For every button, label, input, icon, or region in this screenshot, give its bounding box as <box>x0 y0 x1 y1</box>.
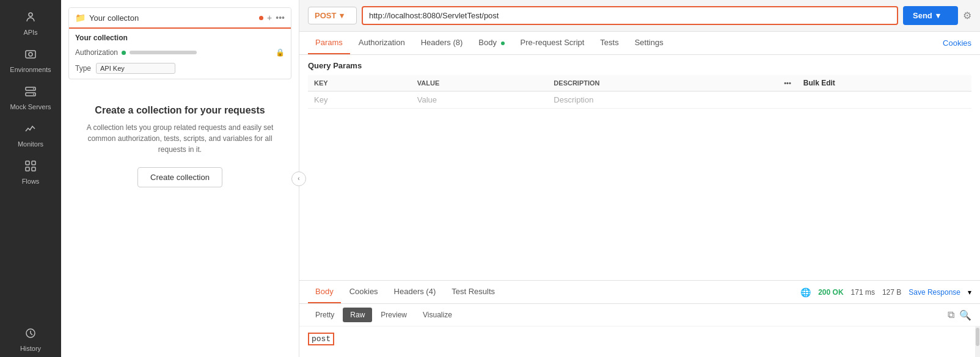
response-format-tabs: Pretty Raw Preview Visualize ⧉ 🔍 <box>299 304 980 326</box>
url-input-wrapper <box>362 6 898 25</box>
format-tab-pretty[interactable]: Pretty <box>308 308 342 322</box>
query-params-section: Query Params KEY VALUE DESCRIPTION ••• B… <box>299 55 980 115</box>
create-collection-button[interactable]: Create collection <box>137 167 222 187</box>
response-area: Body Cookies Headers (4) Test Results 🌐 … <box>299 280 980 357</box>
sidebar-item-label: Mock Servers <box>10 103 51 110</box>
tab-params[interactable]: Params <box>308 32 350 54</box>
sidebar-item-label: Flows <box>22 178 40 185</box>
response-tab-body[interactable]: Body <box>308 281 341 303</box>
create-title: Create a collection for your requests <box>79 105 280 116</box>
collection-name: Your collecton <box>89 13 255 23</box>
lock-icon: 🔒 <box>276 48 285 57</box>
bulk-edit-header: Bulk Edit <box>797 75 971 92</box>
tab-settings[interactable]: Settings <box>627 32 671 54</box>
tab-pre-request[interactable]: Pre-request Script <box>513 32 592 54</box>
monitors-icon <box>24 123 37 138</box>
response-size: 127 B <box>882 288 901 297</box>
svg-rect-10 <box>32 167 35 171</box>
key-cell[interactable]: Key <box>308 92 411 109</box>
method-chevron: ▾ <box>340 11 344 20</box>
sidebar-item-mock-servers[interactable]: Mock Servers <box>3 81 58 115</box>
response-tab-cookies[interactable]: Cookies <box>342 281 386 303</box>
sidebar-item-flows[interactable]: Flows <box>3 155 58 190</box>
collapse-toggle[interactable]: ‹ <box>291 171 306 186</box>
auth-bar <box>130 51 197 54</box>
more-options-icon[interactable]: ••• <box>784 79 791 87</box>
add-icon[interactable]: + <box>267 13 272 23</box>
tab-body[interactable]: Body <box>471 32 511 54</box>
response-time: 171 ms <box>851 288 875 297</box>
scrollbar[interactable] <box>975 326 980 357</box>
sidebar-item-history[interactable]: History <box>3 322 58 357</box>
sidebar: APIs Environments Mock Servers Moni <box>0 0 61 357</box>
create-desc: A collection lets you group related requ… <box>79 122 280 155</box>
auth-label: Authorization <box>75 48 118 57</box>
response-status: 200 OK <box>818 288 843 297</box>
svg-rect-7 <box>26 161 29 165</box>
url-input[interactable] <box>363 7 897 24</box>
response-body-text: post <box>308 333 334 345</box>
sidebar-item-monitors[interactable]: Monitors <box>3 118 58 153</box>
more-icon[interactable]: ••• <box>276 13 285 23</box>
response-tab-test-results[interactable]: Test Results <box>444 281 502 303</box>
response-tab-headers[interactable]: Headers (4) <box>387 281 444 303</box>
flows-icon <box>24 160 37 175</box>
type-select[interactable]: API Key <box>96 63 175 74</box>
send-label: Send <box>913 11 932 20</box>
query-params-title: Query Params <box>308 61 971 70</box>
mock-servers-icon <box>24 85 37 101</box>
main-area: POST ▾ Send ▾ ⚙ Params Authorization Hea… <box>299 0 980 357</box>
response-body: post <box>299 326 980 357</box>
description-cell[interactable]: Description <box>547 92 778 109</box>
tab-authorization[interactable]: Authorization <box>351 32 412 54</box>
svg-rect-8 <box>32 161 35 165</box>
method-select[interactable]: POST ▾ <box>308 7 357 24</box>
format-tab-raw[interactable]: Raw <box>343 308 372 322</box>
format-tab-visualize[interactable]: Visualize <box>415 308 459 322</box>
svg-point-2 <box>29 52 32 56</box>
dot-green <box>122 51 126 55</box>
sidebar-item-label: APIs <box>23 29 37 36</box>
sidebar-item-environments[interactable]: Environments <box>3 43 58 78</box>
tab-headers[interactable]: Headers (8) <box>414 32 470 54</box>
send-button[interactable]: Send ▾ <box>903 6 958 25</box>
auth-row[interactable]: Authorization 🔒 <box>75 46 285 59</box>
tab-tests[interactable]: Tests <box>593 32 626 54</box>
table-row: Key Value Description <box>308 92 971 109</box>
scrollbar-thumb <box>976 328 979 346</box>
response-meta: 🌐 200 OK 171 ms 127 B Save Response ▾ <box>800 287 971 297</box>
collection-body-title: Your collection <box>75 34 285 42</box>
format-tab-preview[interactable]: Preview <box>373 308 414 322</box>
search-icon[interactable]: 🔍 <box>959 309 971 321</box>
bulk-edit-button[interactable]: Bulk Edit <box>803 79 835 87</box>
sidebar-item-label: Monitors <box>18 140 43 148</box>
save-response-chevron[interactable]: ▾ <box>968 288 971 297</box>
sidebar-item-label: Environments <box>10 66 51 73</box>
svg-rect-9 <box>26 167 29 171</box>
method-label: POST <box>315 11 336 20</box>
sidebar-item-label: History <box>20 345 41 352</box>
collection-card: 📁 Your collecton + ••• Your collection A… <box>68 7 291 79</box>
settings-icon[interactable]: ⚙ <box>963 10 971 21</box>
dot-orange <box>259 16 263 20</box>
history-icon <box>24 327 37 342</box>
environments-icon <box>24 48 37 63</box>
response-tabs: Body Cookies Headers (4) Test Results 🌐 … <box>299 281 980 304</box>
cookies-link[interactable]: Cookies <box>943 38 971 48</box>
folder-icon: 📁 <box>75 13 86 23</box>
copy-icon[interactable]: ⧉ <box>948 309 954 321</box>
save-response-button[interactable]: Save Response <box>909 288 960 297</box>
create-collection-section: Create a collection for your requests A … <box>61 93 299 200</box>
type-row: Type API Key <box>75 63 285 74</box>
value-cell[interactable]: Value <box>411 92 548 109</box>
body-dot <box>501 41 505 45</box>
svg-rect-1 <box>26 51 35 58</box>
svg-point-0 <box>29 13 32 16</box>
url-bar: POST ▾ Send ▾ ⚙ <box>299 0 980 32</box>
send-chevron: ▾ <box>936 11 940 20</box>
col-header-key: KEY <box>308 75 411 92</box>
col-header-actions: ••• <box>778 75 797 92</box>
sidebar-item-apis[interactable]: APIs <box>3 6 58 41</box>
params-table: KEY VALUE DESCRIPTION ••• Bulk Edit Key … <box>308 75 971 109</box>
globe-icon: 🌐 <box>800 287 811 297</box>
